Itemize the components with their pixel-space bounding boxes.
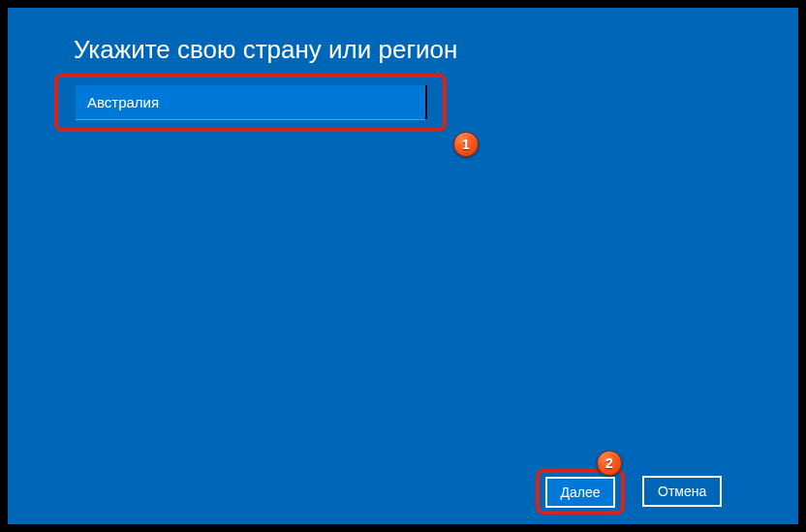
- region-list-item[interactable]: Австралия: [76, 85, 425, 120]
- next-button[interactable]: Далее: [545, 477, 614, 508]
- annotation-box-next: Далее: [536, 469, 625, 515]
- page-title: Укажите свою страну или регион: [74, 35, 457, 65]
- annotation-marker-2: 2: [597, 451, 622, 476]
- oobe-region-screen: Укажите свою страну или регион Австралия…: [8, 8, 798, 524]
- annotation-box-region: Австралия: [54, 74, 447, 132]
- cancel-button[interactable]: Отмена: [642, 476, 722, 507]
- annotation-marker-1: 1: [453, 132, 479, 157]
